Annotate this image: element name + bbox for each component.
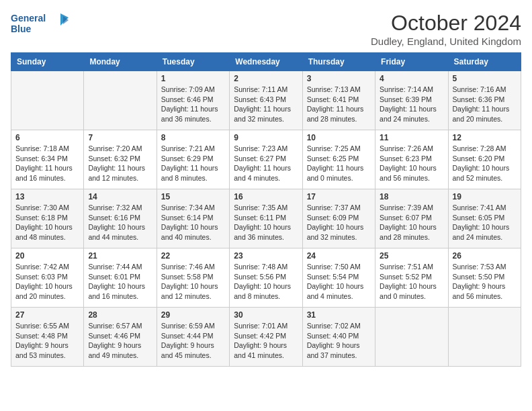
day-number: 2 bbox=[234, 74, 298, 83]
day-number: 28 bbox=[88, 310, 152, 320]
day-info: Sunrise: 7:46 AM Sunset: 5:58 PM Dayligh… bbox=[161, 262, 225, 302]
day-info: Sunrise: 7:48 AM Sunset: 5:56 PM Dayligh… bbox=[234, 262, 298, 302]
day-number: 30 bbox=[234, 310, 298, 320]
calendar-cell: 13Sunrise: 7:30 AM Sunset: 6:18 PM Dayli… bbox=[11, 189, 84, 248]
day-info: Sunrise: 7:25 AM Sunset: 6:25 PM Dayligh… bbox=[307, 144, 371, 183]
calendar-table: SundayMondayTuesdayWednesdayThursdayFrid… bbox=[11, 52, 521, 367]
logo-svg: General Blue bbox=[11, 11, 71, 38]
page-header: General Blue October 2024 Dudley, Englan… bbox=[11, 11, 521, 47]
day-number: 10 bbox=[307, 133, 371, 142]
calendar-cell: 21Sunrise: 7:44 AM Sunset: 6:01 PM Dayli… bbox=[84, 248, 157, 308]
calendar-cell: 30Sunrise: 7:01 AM Sunset: 4:42 PM Dayli… bbox=[230, 308, 302, 367]
calendar-cell: 26Sunrise: 7:53 AM Sunset: 5:50 PM Dayli… bbox=[448, 248, 521, 308]
day-info: Sunrise: 7:18 AM Sunset: 6:34 PM Dayligh… bbox=[15, 144, 79, 183]
calendar-cell: 1Sunrise: 7:09 AM Sunset: 6:46 PM Daylig… bbox=[157, 71, 229, 130]
day-number: 7 bbox=[88, 133, 152, 142]
day-of-week-header: Tuesday bbox=[157, 53, 229, 71]
day-of-week-header: Monday bbox=[84, 53, 157, 71]
calendar-cell: 16Sunrise: 7:35 AM Sunset: 6:11 PM Dayli… bbox=[230, 189, 302, 248]
calendar-cell: 20Sunrise: 7:42 AM Sunset: 6:03 PM Dayli… bbox=[11, 248, 84, 308]
logo: General Blue bbox=[11, 11, 71, 38]
day-info: Sunrise: 7:35 AM Sunset: 6:11 PM Dayligh… bbox=[234, 203, 298, 242]
calendar-week-row: 6Sunrise: 7:18 AM Sunset: 6:34 PM Daylig… bbox=[11, 130, 521, 189]
day-info: Sunrise: 7:44 AM Sunset: 6:01 PM Dayligh… bbox=[88, 262, 152, 302]
calendar-cell: 23Sunrise: 7:48 AM Sunset: 5:56 PM Dayli… bbox=[230, 248, 302, 308]
calendar-week-row: 27Sunrise: 6:55 AM Sunset: 4:48 PM Dayli… bbox=[11, 308, 521, 367]
calendar-cell: 3Sunrise: 7:13 AM Sunset: 6:41 PM Daylig… bbox=[302, 71, 375, 130]
calendar-cell: 5Sunrise: 7:16 AM Sunset: 6:36 PM Daylig… bbox=[448, 71, 521, 130]
day-info: Sunrise: 7:37 AM Sunset: 6:09 PM Dayligh… bbox=[307, 203, 371, 242]
day-info: Sunrise: 7:16 AM Sunset: 6:36 PM Dayligh… bbox=[453, 85, 517, 124]
day-of-week-header: Saturday bbox=[448, 53, 521, 71]
calendar-cell: 22Sunrise: 7:46 AM Sunset: 5:58 PM Dayli… bbox=[157, 248, 229, 308]
calendar-cell: 8Sunrise: 7:21 AM Sunset: 6:29 PM Daylig… bbox=[157, 130, 229, 189]
calendar-header-row: SundayMondayTuesdayWednesdayThursdayFrid… bbox=[11, 53, 521, 71]
day-number: 11 bbox=[380, 133, 443, 142]
day-info: Sunrise: 7:30 AM Sunset: 6:18 PM Dayligh… bbox=[15, 203, 79, 242]
day-info: Sunrise: 7:32 AM Sunset: 6:16 PM Dayligh… bbox=[88, 203, 152, 242]
day-number: 22 bbox=[161, 251, 225, 261]
day-number: 16 bbox=[234, 192, 298, 201]
calendar-cell bbox=[375, 308, 448, 367]
calendar-week-row: 13Sunrise: 7:30 AM Sunset: 6:18 PM Dayli… bbox=[11, 189, 521, 248]
day-number: 12 bbox=[453, 133, 517, 142]
svg-text:General: General bbox=[11, 13, 46, 24]
day-number: 27 bbox=[15, 310, 79, 320]
calendar-cell: 19Sunrise: 7:41 AM Sunset: 6:05 PM Dayli… bbox=[448, 189, 521, 248]
day-number: 17 bbox=[307, 192, 371, 201]
day-number: 29 bbox=[161, 310, 225, 320]
location: Dudley, England, United Kingdom bbox=[371, 36, 521, 47]
day-number: 8 bbox=[161, 133, 225, 142]
calendar-cell: 10Sunrise: 7:25 AM Sunset: 6:25 PM Dayli… bbox=[302, 130, 375, 189]
day-info: Sunrise: 7:01 AM Sunset: 4:42 PM Dayligh… bbox=[234, 321, 298, 361]
calendar-cell: 2Sunrise: 7:11 AM Sunset: 6:43 PM Daylig… bbox=[230, 71, 302, 130]
calendar-cell bbox=[84, 71, 157, 130]
day-number: 20 bbox=[15, 251, 79, 261]
calendar-cell bbox=[448, 308, 521, 367]
calendar-week-row: 20Sunrise: 7:42 AM Sunset: 6:03 PM Dayli… bbox=[11, 248, 521, 308]
calendar-cell: 12Sunrise: 7:28 AM Sunset: 6:20 PM Dayli… bbox=[448, 130, 521, 189]
day-of-week-header: Sunday bbox=[11, 53, 84, 71]
day-info: Sunrise: 7:53 AM Sunset: 5:50 PM Dayligh… bbox=[453, 262, 517, 302]
svg-text:Blue: Blue bbox=[11, 24, 32, 34]
calendar-cell: 25Sunrise: 7:51 AM Sunset: 5:52 PM Dayli… bbox=[375, 248, 448, 308]
day-info: Sunrise: 7:13 AM Sunset: 6:41 PM Dayligh… bbox=[307, 85, 371, 124]
day-info: Sunrise: 7:42 AM Sunset: 6:03 PM Dayligh… bbox=[15, 262, 79, 302]
day-number: 6 bbox=[15, 133, 79, 142]
calendar-cell: 24Sunrise: 7:50 AM Sunset: 5:54 PM Dayli… bbox=[302, 248, 375, 308]
calendar-cell: 17Sunrise: 7:37 AM Sunset: 6:09 PM Dayli… bbox=[302, 189, 375, 248]
day-number: 5 bbox=[453, 74, 517, 83]
day-number: 31 bbox=[307, 310, 371, 320]
calendar-cell: 29Sunrise: 6:59 AM Sunset: 4:44 PM Dayli… bbox=[157, 308, 229, 367]
day-number: 25 bbox=[380, 251, 443, 261]
day-number: 15 bbox=[161, 192, 225, 201]
title-area: October 2024 Dudley, England, United Kin… bbox=[371, 11, 521, 47]
day-number: 24 bbox=[307, 251, 371, 261]
day-info: Sunrise: 7:28 AM Sunset: 6:20 PM Dayligh… bbox=[453, 144, 517, 183]
calendar-week-row: 1Sunrise: 7:09 AM Sunset: 6:46 PM Daylig… bbox=[11, 71, 521, 130]
day-info: Sunrise: 7:11 AM Sunset: 6:43 PM Dayligh… bbox=[234, 85, 298, 124]
day-number: 1 bbox=[161, 74, 225, 83]
calendar-cell: 15Sunrise: 7:34 AM Sunset: 6:14 PM Dayli… bbox=[157, 189, 229, 248]
calendar-cell: 28Sunrise: 6:57 AM Sunset: 4:46 PM Dayli… bbox=[84, 308, 157, 367]
day-of-week-header: Friday bbox=[375, 53, 448, 71]
day-info: Sunrise: 7:34 AM Sunset: 6:14 PM Dayligh… bbox=[161, 203, 225, 242]
day-number: 14 bbox=[88, 192, 152, 201]
day-info: Sunrise: 7:20 AM Sunset: 6:32 PM Dayligh… bbox=[88, 144, 152, 183]
calendar-cell: 7Sunrise: 7:20 AM Sunset: 6:32 PM Daylig… bbox=[84, 130, 157, 189]
day-number: 4 bbox=[380, 74, 443, 83]
day-number: 13 bbox=[15, 192, 79, 201]
calendar-cell: 18Sunrise: 7:39 AM Sunset: 6:07 PM Dayli… bbox=[375, 189, 448, 248]
calendar-cell: 27Sunrise: 6:55 AM Sunset: 4:48 PM Dayli… bbox=[11, 308, 84, 367]
day-info: Sunrise: 7:51 AM Sunset: 5:52 PM Dayligh… bbox=[380, 262, 443, 302]
day-info: Sunrise: 7:21 AM Sunset: 6:29 PM Dayligh… bbox=[161, 144, 225, 183]
day-info: Sunrise: 6:55 AM Sunset: 4:48 PM Dayligh… bbox=[15, 321, 79, 361]
day-info: Sunrise: 7:09 AM Sunset: 6:46 PM Dayligh… bbox=[161, 85, 225, 124]
calendar-cell: 6Sunrise: 7:18 AM Sunset: 6:34 PM Daylig… bbox=[11, 130, 84, 189]
day-number: 23 bbox=[234, 251, 298, 261]
day-info: Sunrise: 6:57 AM Sunset: 4:46 PM Dayligh… bbox=[88, 321, 152, 361]
calendar-cell: 4Sunrise: 7:14 AM Sunset: 6:39 PM Daylig… bbox=[375, 71, 448, 130]
day-number: 18 bbox=[380, 192, 443, 201]
day-info: Sunrise: 7:39 AM Sunset: 6:07 PM Dayligh… bbox=[380, 203, 443, 242]
calendar-cell bbox=[11, 71, 84, 130]
